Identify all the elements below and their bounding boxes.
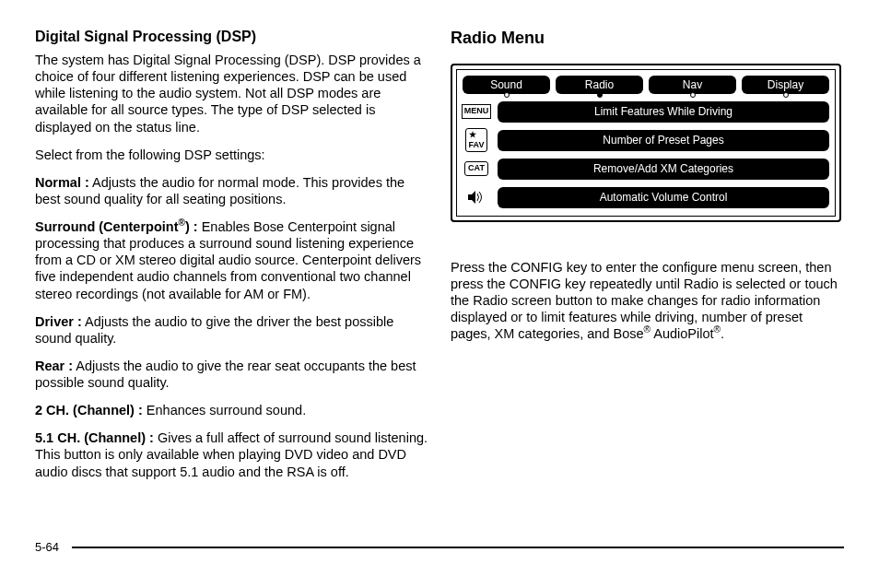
dsp-heading: Digital Signal Processing (DSP) [35, 28, 428, 46]
item-preset-pages[interactable]: Number of Preset Pages [498, 130, 829, 151]
surround-label: Surround (Centerpoint®) : [35, 219, 198, 234]
left-column: Digital Signal Processing (DSP) The syst… [35, 28, 428, 491]
rear-text: Adjusts the audio to give the rear seat … [35, 359, 416, 390]
tab-sound[interactable]: Sound [463, 76, 550, 94]
svg-marker-0 [468, 191, 475, 204]
footer-rule [72, 547, 844, 548]
item-avc[interactable]: Automatic Volume Control [498, 187, 829, 208]
ch51-label: 5.1 CH. (Channel) : [35, 430, 154, 445]
driver-text: Adjusts the audio to give the driver the… [35, 314, 393, 346]
rear-label: Rear : [35, 359, 73, 373]
tab-nav[interactable]: Nav [649, 76, 736, 94]
tab-radio[interactable]: Radio [556, 76, 643, 94]
dsp-surround: Surround (Centerpoint®) : Enables Bose C… [35, 218, 428, 302]
radio-menu-heading: Radio Menu [451, 28, 844, 49]
fav-icon: ★FAV [463, 130, 490, 150]
page-footer: 5-64 [35, 540, 844, 555]
dsp-intro: The system has Digital Signal Processing… [35, 52, 428, 135]
normal-text: Adjusts the audio for normal mode. This … [35, 175, 404, 206]
page-number: 5-64 [35, 540, 59, 555]
item-xm-categories[interactable]: Remove/Add XM Categories [498, 159, 829, 180]
ch2-text: Enhances surround sound. [143, 403, 306, 417]
dsp-rear: Rear : Adjusts the audio to give the rea… [35, 358, 428, 391]
menu-icon: MENU [463, 101, 490, 122]
dsp-normal: Normal : Adjusts the audio for normal mo… [35, 174, 428, 207]
item-limit-features[interactable]: Limit Features While Driving [498, 101, 829, 123]
dsp-51ch: 5.1 CH. (Channel) : Gives a full affect … [35, 429, 428, 479]
dsp-select: Select from the following DSP settings: [35, 147, 428, 163]
tab-display[interactable]: Display [742, 76, 829, 94]
radio-menu-paragraph: Press the CONFIG key to enter the config… [451, 259, 844, 343]
dsp-driver: Driver : Adjusts the audio to give the d… [35, 313, 428, 347]
dsp-2ch: 2 CH. (Channel) : Enhances surround soun… [35, 402, 428, 418]
normal-label: Normal : [35, 175, 89, 190]
radio-screen: Sound Radio Nav Display MENU Limit Featu… [456, 69, 836, 217]
driver-label: Driver : [35, 314, 82, 329]
speaker-icon [463, 187, 490, 207]
right-column: Radio Menu Sound Radio Nav Display MENU … [451, 28, 844, 491]
radio-screen-figure: Sound Radio Nav Display MENU Limit Featu… [451, 64, 841, 222]
cat-icon: CAT [463, 159, 490, 179]
ch2-label: 2 CH. (Channel) : [35, 403, 143, 417]
tab-row: Sound Radio Nav Display [463, 76, 829, 94]
